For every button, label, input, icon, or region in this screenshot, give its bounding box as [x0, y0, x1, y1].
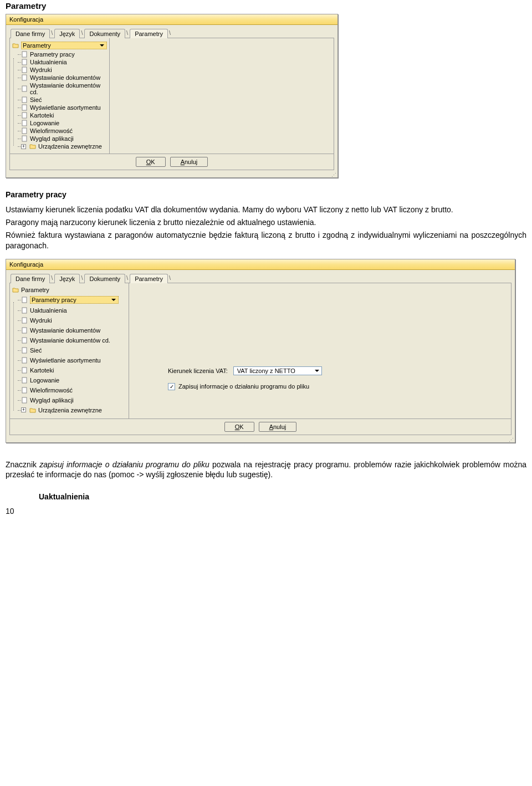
ok-button[interactable]: OK	[136, 157, 166, 167]
checkmark-icon: ✓	[170, 384, 174, 390]
tree-item[interactable]: Logowanie	[21, 375, 126, 385]
button-row: OK Anuluj	[10, 418, 511, 435]
tree-item-label: Sieć	[30, 96, 42, 103]
tree-item-label: Logowanie	[30, 377, 59, 384]
tab-parametry[interactable]: Parametry	[130, 29, 168, 38]
svg-rect-6	[22, 105, 27, 110]
tree-item[interactable]: Wydruki	[21, 66, 107, 74]
tree-item-label: Wygląd aplikacji	[30, 135, 74, 142]
paragraph: Paragony mają narzucony kierunek liczeni…	[6, 217, 526, 228]
resize-grip-icon[interactable]: ⋰	[6, 438, 515, 442]
tab-jezyk[interactable]: Język	[54, 29, 80, 38]
file-icon	[21, 127, 28, 134]
tree-item[interactable]: Wystawianie dokumentów	[21, 74, 107, 81]
tree-item-label: Parametry pracy	[30, 51, 75, 58]
svg-rect-4	[22, 86, 27, 91]
file-icon	[21, 74, 28, 81]
tab-separator: \	[125, 273, 130, 283]
heading-parametry: Parametry	[6, 1, 526, 11]
heading-uaktualnienia: Uaktualnienia	[39, 492, 526, 501]
svg-rect-16	[22, 348, 27, 353]
paragraph: Również faktura wystawiana z paragonów a…	[6, 230, 526, 251]
log-checkbox[interactable]: ✓	[168, 383, 175, 390]
tree-item-folder[interactable]: + Urządzenia zewnętrzne	[21, 405, 126, 415]
svg-rect-0	[22, 52, 27, 57]
tree-item-label: Wyświetlanie asortymentu	[30, 104, 101, 111]
cancel-button[interactable]: Anuluj	[259, 422, 297, 432]
tree-item[interactable]: Logowanie	[21, 119, 107, 127]
tree-item[interactable]: Wygląd aplikacji	[21, 135, 107, 142]
tree-item-label: Kartoteki	[30, 367, 54, 374]
tree-item[interactable]: Kartoteki	[21, 365, 126, 375]
svg-rect-11	[22, 297, 27, 303]
file-icon	[21, 85, 28, 92]
tab-dokumenty[interactable]: Dokumenty	[84, 274, 125, 283]
file-icon	[21, 135, 28, 142]
config-window-2: Konfiguracja Dane firmy \ Język \ Dokume…	[6, 259, 515, 443]
tree-item[interactable]: Parametry pracy	[21, 294, 126, 305]
content-panel: Kierunek liczenia VAT: VAT liczony z NET…	[129, 283, 511, 418]
file-icon	[21, 120, 28, 126]
svg-rect-10	[22, 136, 27, 141]
tree-item-label: Wygląd aplikacji	[30, 397, 74, 404]
tree-root[interactable]: Parametry	[12, 42, 107, 49]
tree-item[interactable]: Kartoteki	[21, 111, 107, 119]
tree-item-label: Wydruki	[30, 67, 52, 73]
tree-item[interactable]: Wielofirmowość	[21, 385, 126, 395]
tree-item-label: Parametry pracy	[30, 296, 119, 304]
folder-icon	[29, 407, 36, 414]
expand-icon[interactable]: +	[21, 144, 26, 149]
svg-rect-14	[22, 328, 27, 333]
tree-item[interactable]: Uaktualnienia	[21, 305, 126, 315]
vat-select[interactable]: VAT liczony z NETTO	[233, 366, 322, 375]
tab-separator: \	[167, 28, 172, 38]
svg-rect-21	[22, 397, 27, 403]
tree-item[interactable]: Sieć	[21, 96, 107, 104]
tab-dokumenty[interactable]: Dokumenty	[84, 29, 125, 38]
resize-grip-icon[interactable]: ⋰	[6, 173, 337, 177]
folder-open-icon	[12, 287, 19, 293]
svg-rect-3	[22, 75, 27, 80]
cancel-button[interactable]: Anuluj	[170, 157, 208, 167]
tabs-row: Dane firmy \ Język \ Dokumenty \ Paramet…	[6, 270, 515, 283]
tree-root-label: Parametry	[21, 42, 107, 49]
tree-item-label: Wielofirmowość	[30, 127, 73, 134]
expand-icon[interactable]: +	[21, 407, 26, 412]
heading-parametry-pracy: Parametry pracy	[6, 190, 526, 199]
tree-item-label: Wydruki	[30, 317, 52, 324]
svg-rect-2	[22, 67, 27, 73]
tree-item[interactable]: Wystawianie dokumentów cd.	[21, 81, 107, 96]
tab-parametry[interactable]: Parametry	[130, 274, 168, 283]
svg-rect-13	[22, 318, 27, 323]
svg-rect-12	[22, 308, 27, 313]
tree-item[interactable]: Wystawianie dokumentów cd.	[21, 335, 126, 345]
tree-item[interactable]: Wystawianie dokumentów	[21, 325, 126, 335]
tree-item[interactable]: Wyświetlanie asortymentu	[21, 104, 107, 111]
tab-dane-firmy[interactable]: Dane firmy	[11, 29, 50, 38]
file-icon	[21, 327, 28, 334]
vat-label: Kierunek liczenia VAT:	[168, 368, 228, 374]
tree-panel: Parametry Parametry pracy Uaktualnienia	[10, 283, 129, 418]
tree-item[interactable]: Wielofirmowość	[21, 127, 107, 135]
tree-item[interactable]: Wyświetlanie asortymentu	[21, 355, 126, 365]
tree-item[interactable]: Uaktualnienia	[21, 58, 107, 66]
tree-item-folder[interactable]: + Urządzenia zewnętrzne	[21, 142, 107, 150]
tab-separator: \	[49, 273, 54, 283]
tree-item[interactable]: Wygląd aplikacji	[21, 395, 126, 405]
folder-open-icon	[12, 42, 19, 49]
svg-rect-17	[22, 358, 27, 363]
tab-dane-firmy[interactable]: Dane firmy	[11, 274, 50, 283]
tab-separator: \	[125, 28, 130, 38]
tree-item-label: Logowanie	[30, 120, 59, 126]
tree-root[interactable]: Parametry	[12, 287, 126, 293]
tree-item[interactable]: Wydruki	[21, 315, 126, 325]
svg-rect-19	[22, 377, 27, 383]
file-icon	[21, 112, 28, 119]
tree-item[interactable]: Sieć	[21, 345, 126, 355]
ok-button[interactable]: OK	[224, 422, 254, 432]
tree-item-label: Sieć	[30, 347, 42, 354]
tree-item[interactable]: Parametry pracy	[21, 50, 107, 58]
window-title: Konfiguracja	[6, 14, 337, 25]
tab-jezyk[interactable]: Język	[54, 274, 80, 283]
file-icon	[21, 357, 28, 364]
